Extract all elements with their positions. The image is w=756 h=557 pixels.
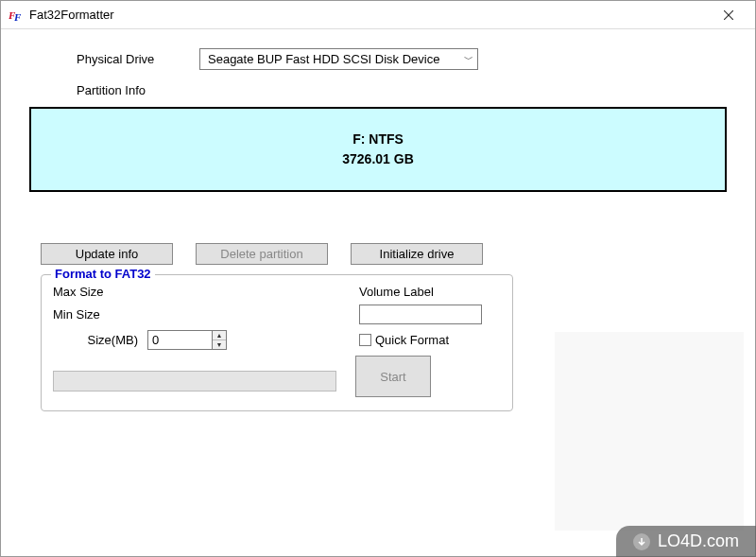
app-icon: F F <box>9 8 24 23</box>
window-title: Fat32Formatter <box>29 8 710 22</box>
partition-name: F: NTFS <box>352 130 404 149</box>
size-input[interactable] <box>147 330 212 350</box>
content-area: Physical Drive Seagate BUP Fast HDD SCSI… <box>1 29 755 556</box>
min-size-label: Min Size <box>53 307 147 322</box>
close-icon <box>724 10 733 20</box>
group-grid: Max Size Volume Label Min Size Size(MB) … <box>53 285 501 350</box>
button-row: Update info Delete partition Initialize … <box>41 243 727 265</box>
download-icon <box>633 533 650 550</box>
dropdown-selected-text: Seagate BUP Fast HDD SCSI Disk Device <box>208 52 456 66</box>
delete-partition-button: Delete partition <box>196 243 328 265</box>
close-button[interactable] <box>710 1 747 28</box>
partition-box[interactable]: F: NTFS 3726.01 GB <box>29 107 727 192</box>
physical-drive-label: Physical Drive <box>77 52 199 66</box>
spinner-down-button[interactable]: ▼ <box>213 339 226 349</box>
svg-text:F: F <box>13 11 22 23</box>
watermark-text: LO4D.com <box>658 531 739 551</box>
initialize-drive-button[interactable]: Initialize drive <box>351 243 483 265</box>
volume-label-label: Volume Label <box>359 285 501 299</box>
progress-bar <box>53 371 336 392</box>
spinner-buttons: ▲ ▼ <box>212 330 227 350</box>
physical-drive-row: Physical Drive Seagate BUP Fast HDD SCSI… <box>29 48 727 70</box>
titlebar: F F Fat32Formatter <box>1 1 755 29</box>
partition-size: 3726.01 GB <box>342 149 414 169</box>
size-label: Size(MB) <box>53 333 147 347</box>
max-size-label: Max Size <box>53 285 147 299</box>
quick-format-label: Quick Format <box>375 333 449 347</box>
groupbox-title: Format to FAT32 <box>51 267 155 281</box>
side-panel <box>555 332 744 531</box>
physical-drive-dropdown[interactable]: Seagate BUP Fast HDD SCSI Disk Device ﹀ <box>199 48 478 70</box>
window-root: F F Fat32Formatter Physical Drive Seagat… <box>0 0 756 557</box>
start-button: Start <box>355 356 431 397</box>
spinner-up-button[interactable]: ▲ <box>213 331 226 339</box>
format-groupbox: Format to FAT32 Max Size Volume Label Mi… <box>41 274 513 411</box>
update-info-button[interactable]: Update info <box>41 243 173 265</box>
partition-info-label: Partition Info <box>77 83 727 97</box>
size-spinner[interactable]: ▲ ▼ <box>147 330 280 350</box>
quick-format-checkbox[interactable] <box>359 334 371 346</box>
watermark: LO4D.com <box>616 526 756 557</box>
chevron-down-icon: ﹀ <box>464 53 473 66</box>
quick-format-wrap[interactable]: Quick Format <box>359 333 501 347</box>
volume-label-input[interactable] <box>359 305 482 324</box>
progress-row: Start <box>53 365 501 397</box>
